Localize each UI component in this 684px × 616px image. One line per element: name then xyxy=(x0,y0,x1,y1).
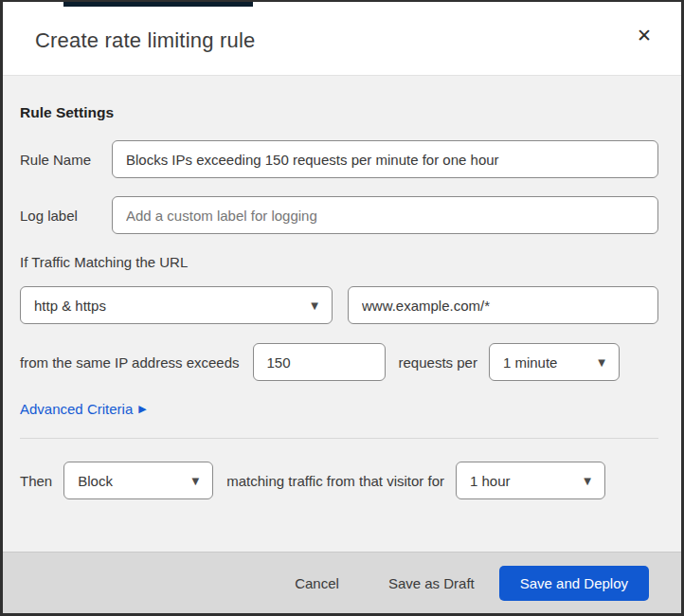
period-selected-value: 1 minute xyxy=(503,354,588,371)
page-behind-strip xyxy=(3,2,681,7)
save-as-draft-button[interactable]: Save as Draft xyxy=(385,568,478,599)
cancel-button[interactable]: Cancel xyxy=(291,568,343,599)
action-middle-text: matching traffic from that visitor for xyxy=(226,473,444,489)
request-count-input[interactable] xyxy=(253,343,386,381)
action-select[interactable]: Block ▼ xyxy=(63,462,213,499)
scheme-selected-value: http & https xyxy=(34,298,301,314)
action-selected-value: Block xyxy=(78,473,182,489)
close-icon: ✕ xyxy=(637,25,652,45)
section-divider xyxy=(20,438,658,439)
period-select[interactable]: 1 minute ▼ xyxy=(489,343,620,381)
advanced-criteria-link[interactable]: Advanced Criteria ▶ xyxy=(20,401,147,417)
traffic-match-row: http & https ▼ xyxy=(20,286,658,324)
modal-header: Create rate limiting rule ✕ xyxy=(3,7,681,76)
log-label-label: Log label xyxy=(20,208,112,224)
page-behind-dark-fragment xyxy=(63,2,253,7)
threshold-row: from the same IP address exceeds request… xyxy=(20,343,658,381)
caret-down-icon: ▼ xyxy=(311,300,318,311)
close-button[interactable]: ✕ xyxy=(630,21,658,49)
url-pattern-input[interactable] xyxy=(348,286,658,324)
save-and-deploy-button[interactable]: Save and Deploy xyxy=(499,566,649,601)
traffic-match-intro: If Traffic Matching the URL xyxy=(20,254,658,270)
log-label-input[interactable] xyxy=(112,196,658,234)
rule-name-label: Rule Name xyxy=(20,152,112,168)
action-prefix-text: Then xyxy=(20,473,52,489)
arrow-right-icon: ▶ xyxy=(138,403,146,415)
advanced-criteria-label: Advanced Criteria xyxy=(20,401,133,417)
create-rate-limiting-rule-modal: Create rate limiting rule ✕ Rule Setting… xyxy=(0,0,684,616)
caret-down-icon: ▼ xyxy=(584,476,591,486)
caret-down-icon: ▼ xyxy=(598,357,605,368)
modal-body: Rule Settings Rule Name Log label If Tra… xyxy=(3,76,681,552)
modal-footer: Cancel Save as Draft Save and Deploy xyxy=(3,552,681,613)
duration-selected-value: 1 hour xyxy=(470,473,574,489)
action-row: Then Block ▼ matching traffic from that … xyxy=(20,462,658,499)
section-heading: Rule Settings xyxy=(20,104,658,121)
scheme-select[interactable]: http & https ▼ xyxy=(20,286,333,324)
threshold-prefix-text: from the same IP address exceeds xyxy=(20,354,240,371)
rule-name-row: Rule Name xyxy=(20,140,658,178)
caret-down-icon: ▼ xyxy=(192,476,200,486)
modal-title: Create rate limiting rule xyxy=(35,28,630,53)
duration-select[interactable]: 1 hour ▼ xyxy=(456,462,605,499)
threshold-middle-text: requests per xyxy=(399,354,477,371)
log-label-row: Log label xyxy=(20,196,658,234)
rule-name-input[interactable] xyxy=(112,140,658,178)
